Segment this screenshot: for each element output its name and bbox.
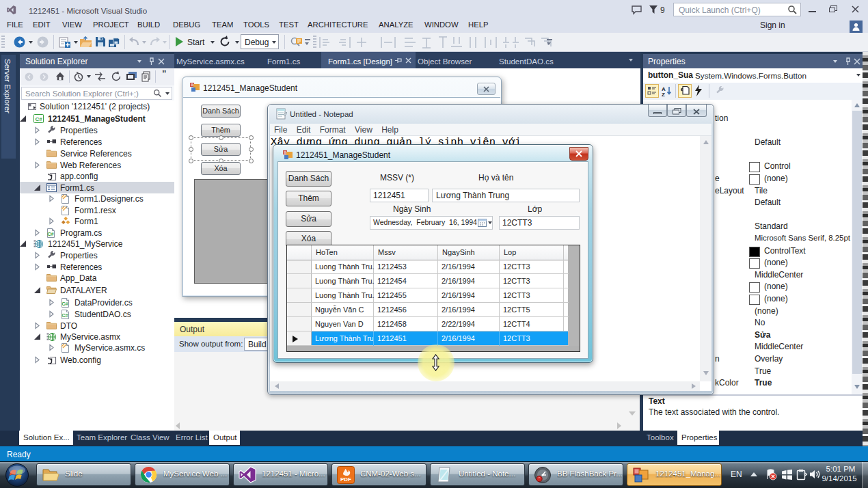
svg-text:C#: C# xyxy=(62,312,68,318)
svg-text:PDF: PDF xyxy=(340,476,351,483)
svg-text:C#: C# xyxy=(35,116,42,122)
svg-text:C#: C# xyxy=(62,301,68,307)
svg-text:Z: Z xyxy=(662,92,665,96)
svg-text:C#: C# xyxy=(47,231,54,237)
